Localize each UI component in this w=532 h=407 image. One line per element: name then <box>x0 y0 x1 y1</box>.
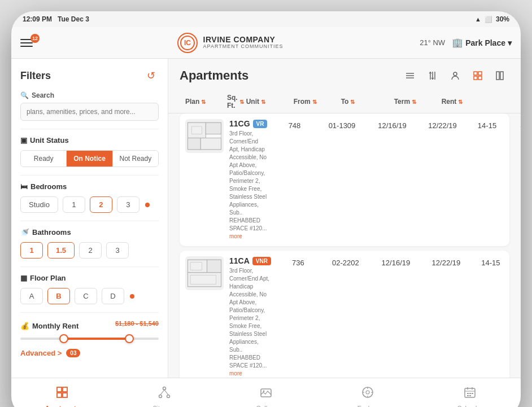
company-name-block: Irvine Company Apartment Communities <box>203 36 284 50</box>
explore-nav-icon <box>361 386 374 402</box>
nav-calendar[interactable]: Calendar <box>450 386 490 408</box>
device-frame: 12:09 PM Tue Dec 3 ▲ ⬜ 30% 12 IC Irvine … <box>11 11 521 407</box>
bedroom-2[interactable]: 2 <box>90 196 112 213</box>
bathroom-3[interactable]: 3 <box>106 242 129 259</box>
apartments-title: Apartments <box>180 68 248 83</box>
col-rent[interactable]: Rent ⇅ <box>442 94 481 110</box>
nav-sitemap[interactable]: Sitemap <box>145 386 184 408</box>
advanced-label: Advanced > <box>20 349 62 357</box>
menu-badge: 12 <box>30 34 40 43</box>
svg-rect-23 <box>207 260 221 273</box>
col-unit[interactable]: Unit ⇅ <box>246 94 291 110</box>
svg-point-44 <box>159 395 162 397</box>
floor-plan-a[interactable]: A <box>20 288 43 304</box>
svg-rect-9 <box>474 72 477 75</box>
unit-status-not-ready[interactable]: Not Ready <box>113 151 158 167</box>
floor-plan-d[interactable]: D <box>102 288 124 304</box>
bedroom-3[interactable]: 3 <box>117 196 139 213</box>
status-bar: 12:09 PM Tue Dec 3 ▲ ⬜ 30% <box>11 11 521 27</box>
floor-plan-icon: ▦ <box>20 274 27 282</box>
col-sqft[interactable]: Sq. Ft. ⇅ <box>227 94 244 110</box>
bedroom-studio[interactable]: Studio <box>20 196 58 213</box>
listing-row[interactable]: 11CA VNR 3rd Floor, Corner/End Apt, Hand… <box>180 251 509 378</box>
person-view-btn[interactable] <box>446 67 464 85</box>
unit-status-on-notice[interactable]: On Notice <box>67 151 112 167</box>
nav-explore[interactable]: Explore <box>348 386 387 408</box>
col-to[interactable]: To ⇅ <box>341 94 392 110</box>
floor-plan-section: ▦ Floor Plan A B C D <box>20 266 159 304</box>
svg-rect-40 <box>63 387 67 392</box>
grid-view-btn[interactable] <box>491 67 509 85</box>
list-view-btn[interactable] <box>469 67 487 85</box>
apartments-nav-label: Apartments <box>45 405 80 408</box>
col-term[interactable]: Term ⇅ <box>394 94 439 110</box>
floor-plan-b[interactable]: B <box>47 288 70 304</box>
filters-title: Filters <box>20 70 51 82</box>
bathroom-2[interactable]: 2 <box>79 242 102 259</box>
svg-point-45 <box>167 395 169 397</box>
bathroom-15[interactable]: 1.5 <box>47 242 75 259</box>
sitemap-nav-icon <box>158 386 171 402</box>
svg-line-47 <box>164 390 168 395</box>
col-from[interactable]: From ⇅ <box>294 94 339 110</box>
listing-term: 14-15 <box>471 256 511 267</box>
listing-description: 3rd Floor, Corner/End Apt, Handicap Acce… <box>229 130 267 240</box>
reset-filters-button[interactable]: ↺ <box>143 68 159 84</box>
bath-icon: 🚿 <box>20 228 29 237</box>
bedrooms-options: Studio 1 2 3 <box>20 196 139 213</box>
nav-apartments[interactable]: Apartments <box>42 386 82 408</box>
svg-rect-41 <box>57 393 62 397</box>
location-selector[interactable]: 🏢 Park Place ▾ <box>452 37 512 48</box>
menu-button[interactable]: 12 <box>20 33 41 53</box>
apartments-header: Apartments <box>168 59 521 90</box>
listing-main-info: 11CG VR 3rd Floor, Corner/End Apt, Handi… <box>227 119 269 240</box>
svg-rect-17 <box>206 122 221 134</box>
svg-rect-13 <box>496 72 499 80</box>
svg-rect-11 <box>474 76 477 80</box>
listing-floorplan-image <box>185 256 224 290</box>
main-content: Filters ↺ 🔍 Search ▣ Unit Status Ready <box>11 59 521 378</box>
svg-rect-61 <box>469 393 471 394</box>
col-check <box>483 94 521 110</box>
listings-panel: Apartments <box>168 59 521 378</box>
listing-description: 3rd Floor, Corner/End Apt, Handicap Acce… <box>229 267 271 378</box>
nav-gallery[interactable]: Gallery <box>246 386 286 408</box>
rent-slider-max[interactable] <box>125 334 134 343</box>
app-header: 12 IC Irvine Company Apartment Communiti… <box>11 27 521 59</box>
bottom-navigation: Apartments Sitemap <box>11 378 521 407</box>
bathroom-1[interactable]: 1 <box>20 242 43 259</box>
explore-nav-label: Explore <box>357 405 378 408</box>
col-plan[interactable]: Plan ⇅ <box>180 94 225 110</box>
svg-rect-18 <box>188 138 201 149</box>
listing-from-date: 12/16/19 <box>367 119 417 130</box>
listing-row[interactable]: 11CG VR 3rd Floor, Corner/End Apt, Handi… <box>180 113 509 246</box>
column-sort-btn[interactable] <box>424 67 442 85</box>
unit-status-section: ▣ Unit Status Ready On Notice Not Ready <box>20 129 159 167</box>
unit-status-icon: ▣ <box>20 136 27 145</box>
listing-unit: 02-2202 <box>323 256 368 267</box>
listing-sqft: 736 <box>276 256 321 267</box>
rent-slider-min[interactable] <box>59 334 68 343</box>
gallery-nav-label: Gallery <box>256 405 276 408</box>
svg-line-46 <box>160 390 164 395</box>
svg-rect-63 <box>467 395 469 396</box>
bathrooms-options: 1 1.5 2 3 <box>20 242 159 259</box>
advanced-section[interactable]: Advanced > 03 <box>20 349 159 357</box>
battery-icon: ⬜ <box>485 16 492 23</box>
search-input[interactable] <box>20 103 159 121</box>
filter-sort-btn[interactable] <box>401 67 419 85</box>
unit-status-ready[interactable]: Ready <box>21 151 67 167</box>
floor-plan-c[interactable]: C <box>75 288 97 304</box>
svg-rect-39 <box>57 387 62 392</box>
svg-point-51 <box>366 391 369 394</box>
svg-point-43 <box>163 387 165 390</box>
svg-rect-25 <box>190 262 202 270</box>
advanced-badge: 03 <box>66 349 80 357</box>
money-icon: 💰 <box>20 322 29 330</box>
view-controls <box>401 67 509 85</box>
svg-rect-60 <box>467 393 469 394</box>
bedroom-1[interactable]: 1 <box>63 196 85 213</box>
listing-to-date: 12/22/19 <box>424 256 469 267</box>
rent-slider-track <box>20 338 159 340</box>
svg-rect-20 <box>191 126 202 134</box>
